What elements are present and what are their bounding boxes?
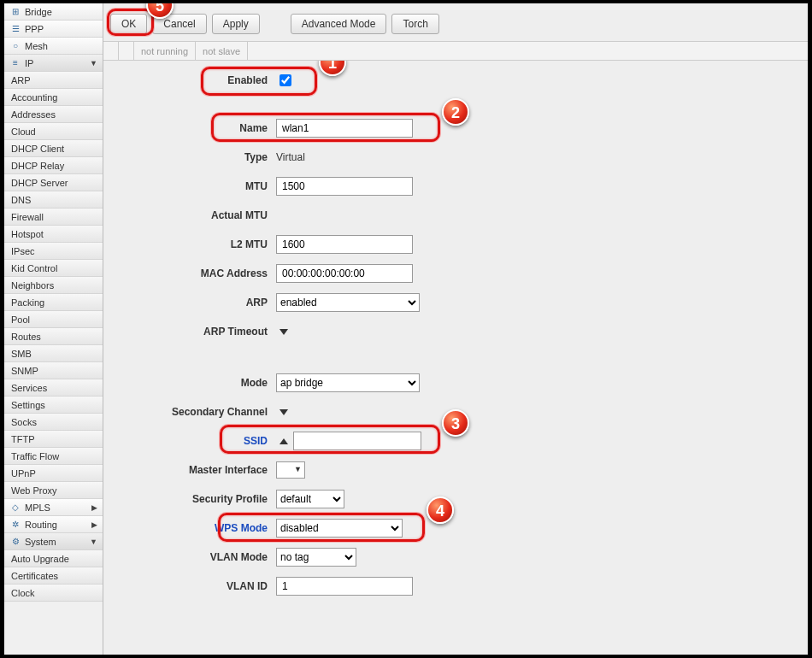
chevron-right-icon [91, 516, 97, 533]
label-type: Type [112, 151, 276, 163]
status-not-running: not running [134, 42, 196, 60]
label-mode: Mode [112, 377, 276, 389]
security-profile-select[interactable]: default [276, 490, 344, 508]
sidebar-item-system[interactable]: ⚙System [4, 533, 103, 550]
label-ssid: SSID [112, 435, 276, 447]
sidebar-item-neighbors[interactable]: Neighbors [4, 277, 103, 294]
main-pane: OK Cancel Apply Advanced Mode Torch 5 no… [103, 3, 808, 655]
ssid-input[interactable] [293, 432, 421, 450]
sidebar-item-ipsec[interactable]: IPsec [4, 243, 103, 260]
sidebar-item-firewall[interactable]: Firewall [4, 209, 103, 226]
type-value: Virtual [276, 151, 305, 163]
label-vlan-id: VLAN ID [112, 580, 276, 592]
mac-input[interactable] [276, 264, 413, 283]
ssid-toggle[interactable] [279, 438, 288, 444]
label-arp: ARP [112, 297, 276, 308]
sidebar-item-arp[interactable]: ARP [4, 72, 103, 89]
badge-1: 1 [319, 61, 346, 76]
sidebar-item-ip[interactable]: ≡IP [4, 55, 103, 72]
name-input[interactable] [276, 119, 413, 138]
sidebar-item-pool[interactable]: Pool [4, 311, 103, 328]
sidebar-item-settings[interactable]: Settings [4, 397, 103, 414]
sidebar-item-hotspot[interactable]: Hotspot [4, 226, 103, 243]
arp-select[interactable]: enabled [276, 293, 420, 312]
status-row: not running not slave [103, 42, 808, 61]
sidebar-item-dns[interactable]: DNS [4, 191, 103, 209]
enabled-checkbox[interactable] [279, 74, 291, 86]
system-icon: ⚙ [9, 533, 21, 550]
label-arp-timeout: ARP Timeout [112, 326, 276, 338]
label-l2mtu: L2 MTU [112, 238, 276, 250]
arp-timeout-toggle[interactable] [279, 329, 288, 335]
sidebar-item-dhcp-client[interactable]: DHCP Client [4, 140, 103, 157]
sidebar-item-routing[interactable]: ✲Routing [4, 516, 103, 533]
status-not-slave: not slave [196, 42, 248, 60]
sidebar-item-clock[interactable]: Clock [4, 585, 103, 602]
label-security-profile: Security Profile [112, 493, 276, 505]
sidebar-item-auto-upgrade[interactable]: Auto Upgrade [4, 550, 103, 567]
routing-icon: ✲ [9, 516, 21, 533]
label-vlan-mode: VLAN Mode [112, 551, 276, 563]
label-wps-mode: WPS Mode [112, 522, 276, 534]
label-enabled: Enabled [112, 74, 276, 86]
bridge-icon: ⊞ [9, 3, 21, 21]
sidebar-item-traffic-flow[interactable]: Traffic Flow [4, 448, 103, 465]
form-pane: Enabled 1 Name 2 Type Virtual [103, 61, 808, 655]
label-mac: MAC Address [112, 267, 276, 279]
sidebar-item-certificates[interactable]: Certificates [4, 567, 103, 585]
label-mtu: MTU [112, 180, 276, 192]
ppp-icon: ☰ [9, 21, 21, 38]
ok-button[interactable]: OK [110, 14, 147, 34]
label-master-interface: Master Interface [112, 464, 276, 476]
sidebar: ⊞Bridge ☰PPP ○Mesh ≡IP ARPAccountingAddr… [4, 3, 103, 655]
sidebar-item-services[interactable]: Services [4, 379, 103, 397]
sidebar-item-addresses[interactable]: Addresses [4, 106, 103, 123]
sidebar-item-packing[interactable]: Packing [4, 294, 103, 311]
sidebar-item-dhcp-server[interactable]: DHCP Server [4, 174, 103, 191]
sidebar-item-dhcp-relay[interactable]: DHCP Relay [4, 157, 103, 174]
label-name: Name [112, 122, 276, 134]
secondary-channel-toggle[interactable] [279, 409, 288, 415]
chevron-down-icon [90, 533, 97, 550]
toolbar: OK Cancel Apply Advanced Mode Torch 5 [103, 3, 808, 41]
sidebar-item-upnp[interactable]: UPnP [4, 465, 103, 482]
label-actual-mtu: Actual MTU [112, 209, 276, 221]
advanced-mode-button[interactable]: Advanced Mode [291, 14, 387, 34]
l2mtu-input[interactable] [276, 235, 413, 254]
vlan-mode-select[interactable]: no tag [276, 548, 356, 567]
sidebar-item-accounting[interactable]: Accounting [4, 89, 103, 106]
sidebar-item-mesh[interactable]: ○Mesh [4, 38, 103, 55]
sidebar-item-smb[interactable]: SMB [4, 345, 103, 362]
apply-button[interactable]: Apply [212, 14, 260, 34]
sidebar-item-snmp[interactable]: SNMP [4, 362, 103, 379]
mpls-icon: ◇ [9, 499, 21, 516]
sidebar-item-mpls[interactable]: ◇MPLS [4, 499, 103, 516]
mesh-icon: ○ [9, 38, 21, 55]
chevron-down-icon [90, 55, 97, 72]
sidebar-item-kid-control[interactable]: Kid Control [4, 260, 103, 277]
sidebar-item-socks[interactable]: Socks [4, 414, 103, 431]
torch-button[interactable]: Torch [391, 14, 438, 34]
ip-icon: ≡ [9, 55, 21, 72]
mtu-input[interactable] [276, 177, 413, 196]
sidebar-item-web-proxy[interactable]: Web Proxy [4, 482, 103, 499]
cancel-button[interactable]: Cancel [152, 14, 206, 34]
vlan-id-input[interactable] [276, 577, 413, 596]
sidebar-item-tftp[interactable]: TFTP [4, 431, 103, 448]
label-secondary-channel: Secondary Channel [112, 406, 276, 418]
wps-mode-select[interactable]: disabled [276, 519, 403, 538]
sidebar-item-bridge[interactable]: ⊞Bridge [4, 3, 103, 21]
chevron-right-icon [91, 499, 97, 516]
mode-select[interactable]: ap bridge [276, 373, 420, 392]
sidebar-item-cloud[interactable]: Cloud [4, 123, 103, 140]
master-interface-select[interactable] [276, 461, 305, 479]
sidebar-item-routes[interactable]: Routes [4, 328, 103, 345]
sidebar-item-ppp[interactable]: ☰PPP [4, 21, 103, 38]
